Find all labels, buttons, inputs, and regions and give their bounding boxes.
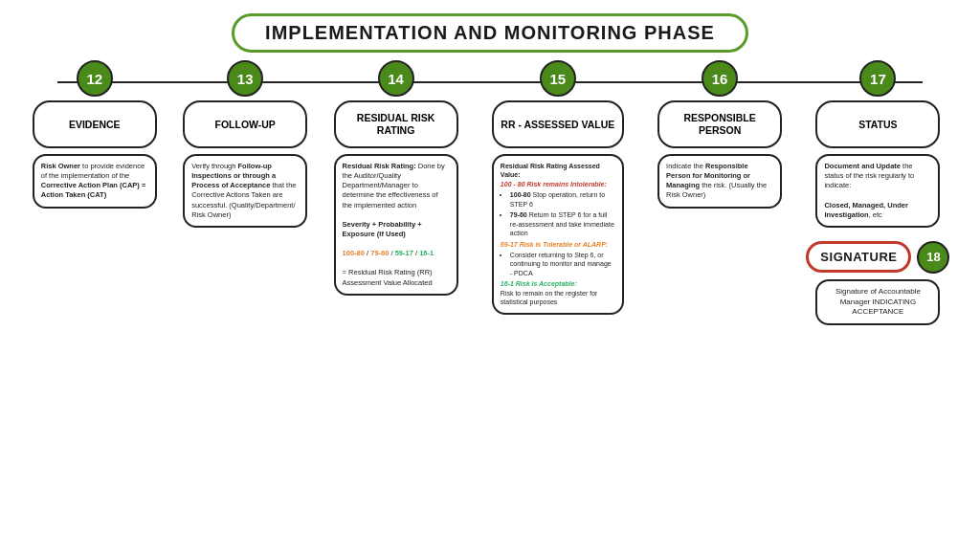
col-13: 13 FOLLOW-UP Verify through Follow-up In… <box>169 60 320 228</box>
flow-row: 12 EVIDENCE Risk Owner to provide eviden… <box>19 60 961 325</box>
step-14-num: 14 <box>378 60 414 97</box>
step-17-label: STATUS <box>858 119 897 131</box>
step-18-desc: Signature of Accountable Manager INDICAT… <box>815 279 940 325</box>
step-13-num: 13 <box>227 60 263 97</box>
step-16-box: RESPONSIBLE PERSON <box>657 100 782 148</box>
step-16-label: RESPONSIBLE PERSON <box>665 112 774 136</box>
step-13-desc: Verify through Follow-up Inspections or … <box>183 154 307 228</box>
title-box: IMPLEMENTATION AND MONITORING PHASE <box>232 13 748 53</box>
signature-box: SIGNATURE <box>806 241 911 273</box>
page-title: IMPLEMENTATION AND MONITORING PHASE <box>265 22 715 44</box>
page-container: IMPLEMENTATION AND MONITORING PHASE 12 E… <box>0 0 980 551</box>
col-12: 12 EVIDENCE Risk Owner to provide eviden… <box>19 60 169 209</box>
step-16-desc: Indicate the Responsible Person for Moni… <box>657 154 782 209</box>
step-12-num: 12 <box>77 60 113 97</box>
step-17-desc: Document and Update the status of the ri… <box>815 154 940 228</box>
step-14-label: RESIDUAL RISK RATING <box>342 112 451 136</box>
step-15-num: 15 <box>540 60 576 97</box>
step-12-label: EVIDENCE <box>69 119 121 131</box>
step-17-box: STATUS <box>815 100 940 148</box>
step-16-num: 16 <box>702 60 738 97</box>
step-15-box: RR - ASSESSED VALUE <box>492 100 624 148</box>
step-12-box: EVIDENCE <box>33 100 157 148</box>
col-17-18: 17 STATUS Document and Update the status… <box>795 60 961 325</box>
col-15: 15 RR - ASSESSED VALUE Residual Risk Rat… <box>471 60 644 315</box>
signature-row: SIGNATURE 18 <box>806 241 949 274</box>
title-wrapper: IMPLEMENTATION AND MONITORING PHASE <box>19 13 961 53</box>
flow-area: 12 EVIDENCE Risk Owner to provide eviden… <box>19 60 961 325</box>
signature-desc: Signature of Accountable Manager INDICAT… <box>835 287 921 317</box>
step-15-desc: Residual Risk Rating Assessed Value: 100… <box>492 154 624 315</box>
step-15-label: RR - ASSESSED VALUE <box>501 119 614 131</box>
step-18-num: 18 <box>917 241 949 274</box>
col-16: 16 RESPONSIBLE PERSON Indicate the Respo… <box>644 60 794 209</box>
step-13-label: FOLLOW-UP <box>214 119 275 131</box>
step-14-desc: Residual Risk Rating: Done by the Audito… <box>334 154 458 296</box>
step-14-box: RESIDUAL RISK RATING <box>334 100 458 148</box>
step-12-desc: Risk Owner to provide evidence of the im… <box>33 154 157 209</box>
signature-label: SIGNATURE <box>820 250 897 264</box>
step-17-num: 17 <box>859 60 896 97</box>
col-14: 14 RESIDUAL RISK RATING Residual Risk Ra… <box>321 60 471 296</box>
step-13-box: FOLLOW-UP <box>183 100 307 148</box>
